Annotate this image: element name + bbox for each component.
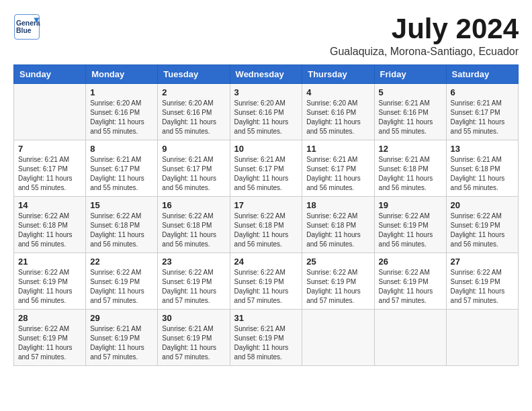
calendar-cell: [14, 84, 86, 140]
calendar-week-row: 1Sunrise: 6:20 AM Sunset: 6:16 PM Daylig…: [14, 84, 519, 140]
page-header: General Blue July 2024 Gualaquiza, Moron…: [13, 13, 519, 58]
calendar-week-row: 21Sunrise: 6:22 AM Sunset: 6:19 PM Dayli…: [14, 253, 519, 310]
day-info: Sunrise: 6:22 AM Sunset: 6:19 PM Dayligh…: [234, 268, 298, 306]
day-info: Sunrise: 6:21 AM Sunset: 6:19 PM Dayligh…: [90, 324, 153, 362]
day-number: 18: [306, 200, 369, 210]
day-number: 23: [162, 257, 225, 267]
day-info: Sunrise: 6:20 AM Sunset: 6:16 PM Dayligh…: [234, 99, 298, 136]
day-number: 16: [162, 200, 225, 210]
day-info: Sunrise: 6:21 AM Sunset: 6:17 PM Dayligh…: [162, 155, 225, 193]
calendar-cell: 24Sunrise: 6:22 AM Sunset: 6:19 PM Dayli…: [230, 253, 302, 310]
day-info: Sunrise: 6:21 AM Sunset: 6:17 PM Dayligh…: [90, 155, 153, 193]
calendar-cell: [374, 310, 446, 366]
day-info: Sunrise: 6:21 AM Sunset: 6:17 PM Dayligh…: [306, 155, 369, 193]
calendar-cell: 30Sunrise: 6:21 AM Sunset: 6:19 PM Dayli…: [158, 310, 230, 366]
calendar-cell: 19Sunrise: 6:22 AM Sunset: 6:19 PM Dayli…: [374, 197, 446, 253]
day-number: 1: [90, 87, 153, 97]
day-number: 10: [234, 144, 298, 154]
day-number: 11: [306, 144, 369, 154]
day-info: Sunrise: 6:22 AM Sunset: 6:19 PM Dayligh…: [306, 268, 369, 306]
logo-icon: General Blue: [13, 13, 40, 40]
calendar-cell: 12Sunrise: 6:21 AM Sunset: 6:18 PM Dayli…: [374, 140, 446, 197]
calendar-cell: 3Sunrise: 6:20 AM Sunset: 6:16 PM Daylig…: [230, 84, 302, 140]
day-info: Sunrise: 6:22 AM Sunset: 6:18 PM Dayligh…: [18, 212, 81, 249]
day-info: Sunrise: 6:22 AM Sunset: 6:19 PM Dayligh…: [90, 268, 153, 306]
day-number: 28: [18, 313, 81, 323]
day-number: 7: [18, 144, 81, 154]
day-info: Sunrise: 6:21 AM Sunset: 6:19 PM Dayligh…: [234, 324, 298, 362]
svg-text:Blue: Blue: [16, 27, 32, 34]
calendar-cell: 2Sunrise: 6:20 AM Sunset: 6:16 PM Daylig…: [158, 84, 230, 140]
header-monday: Monday: [86, 65, 158, 84]
calendar-cell: 16Sunrise: 6:22 AM Sunset: 6:18 PM Dayli…: [158, 197, 230, 253]
day-info: Sunrise: 6:22 AM Sunset: 6:18 PM Dayligh…: [162, 212, 225, 249]
calendar-cell: 27Sunrise: 6:22 AM Sunset: 6:19 PM Dayli…: [446, 253, 518, 310]
day-info: Sunrise: 6:22 AM Sunset: 6:19 PM Dayligh…: [379, 212, 442, 249]
day-number: 31: [234, 313, 298, 323]
header-wednesday: Wednesday: [230, 65, 302, 84]
calendar-cell: 5Sunrise: 6:21 AM Sunset: 6:16 PM Daylig…: [374, 84, 446, 140]
calendar-cell: 6Sunrise: 6:21 AM Sunset: 6:17 PM Daylig…: [446, 84, 518, 140]
day-info: Sunrise: 6:20 AM Sunset: 6:16 PM Dayligh…: [162, 99, 225, 136]
day-number: 3: [234, 87, 298, 97]
header-saturday: Saturday: [446, 65, 518, 84]
day-number: 14: [18, 200, 81, 210]
header-friday: Friday: [374, 65, 446, 84]
calendar-week-row: 28Sunrise: 6:22 AM Sunset: 6:19 PM Dayli…: [14, 310, 519, 366]
day-number: 22: [90, 257, 153, 267]
day-number: 8: [90, 144, 153, 154]
day-info: Sunrise: 6:21 AM Sunset: 6:17 PM Dayligh…: [18, 155, 81, 193]
calendar-week-row: 14Sunrise: 6:22 AM Sunset: 6:18 PM Dayli…: [14, 197, 519, 253]
day-number: 24: [234, 257, 298, 267]
day-number: 26: [379, 257, 442, 267]
day-info: Sunrise: 6:22 AM Sunset: 6:19 PM Dayligh…: [18, 268, 81, 306]
day-info: Sunrise: 6:20 AM Sunset: 6:16 PM Dayligh…: [90, 99, 153, 136]
calendar-cell: 28Sunrise: 6:22 AM Sunset: 6:19 PM Dayli…: [14, 310, 86, 366]
day-number: 21: [18, 257, 81, 267]
calendar-cell: 1Sunrise: 6:20 AM Sunset: 6:16 PM Daylig…: [86, 84, 158, 140]
day-info: Sunrise: 6:21 AM Sunset: 6:17 PM Dayligh…: [234, 155, 298, 193]
calendar-cell: 26Sunrise: 6:22 AM Sunset: 6:19 PM Dayli…: [374, 253, 446, 310]
day-info: Sunrise: 6:22 AM Sunset: 6:19 PM Dayligh…: [451, 212, 514, 249]
day-number: 15: [90, 200, 153, 210]
day-number: 27: [451, 257, 514, 267]
day-info: Sunrise: 6:21 AM Sunset: 6:16 PM Dayligh…: [379, 99, 442, 136]
calendar-week-row: 7Sunrise: 6:21 AM Sunset: 6:17 PM Daylig…: [14, 140, 519, 197]
day-info: Sunrise: 6:21 AM Sunset: 6:18 PM Dayligh…: [379, 155, 442, 193]
calendar-cell: 31Sunrise: 6:21 AM Sunset: 6:19 PM Dayli…: [230, 310, 302, 366]
day-info: Sunrise: 6:22 AM Sunset: 6:19 PM Dayligh…: [18, 324, 81, 362]
day-info: Sunrise: 6:22 AM Sunset: 6:19 PM Dayligh…: [379, 268, 442, 306]
calendar-cell: 14Sunrise: 6:22 AM Sunset: 6:18 PM Dayli…: [14, 197, 86, 253]
day-number: 13: [451, 144, 514, 154]
calendar-cell: 11Sunrise: 6:21 AM Sunset: 6:17 PM Dayli…: [302, 140, 374, 197]
calendar-cell: 13Sunrise: 6:21 AM Sunset: 6:18 PM Dayli…: [446, 140, 518, 197]
day-number: 12: [379, 144, 442, 154]
calendar-cell: 10Sunrise: 6:21 AM Sunset: 6:17 PM Dayli…: [230, 140, 302, 197]
day-info: Sunrise: 6:22 AM Sunset: 6:19 PM Dayligh…: [162, 268, 225, 306]
calendar-cell: 21Sunrise: 6:22 AM Sunset: 6:19 PM Dayli…: [14, 253, 86, 310]
day-number: 19: [379, 200, 442, 210]
day-info: Sunrise: 6:21 AM Sunset: 6:18 PM Dayligh…: [451, 155, 514, 193]
day-info: Sunrise: 6:21 AM Sunset: 6:19 PM Dayligh…: [162, 324, 225, 362]
calendar-cell: 15Sunrise: 6:22 AM Sunset: 6:18 PM Dayli…: [86, 197, 158, 253]
day-info: Sunrise: 6:22 AM Sunset: 6:18 PM Dayligh…: [90, 212, 153, 249]
calendar-table: SundayMondayTuesdayWednesdayThursdayFrid…: [13, 64, 519, 366]
calendar-cell: 25Sunrise: 6:22 AM Sunset: 6:19 PM Dayli…: [302, 253, 374, 310]
calendar-cell: 23Sunrise: 6:22 AM Sunset: 6:19 PM Dayli…: [158, 253, 230, 310]
calendar-header-row: SundayMondayTuesdayWednesdayThursdayFrid…: [14, 65, 519, 84]
day-info: Sunrise: 6:21 AM Sunset: 6:17 PM Dayligh…: [451, 99, 514, 136]
day-number: 4: [306, 87, 369, 97]
day-number: 6: [451, 87, 514, 97]
day-number: 2: [162, 87, 225, 97]
calendar-cell: 20Sunrise: 6:22 AM Sunset: 6:19 PM Dayli…: [446, 197, 518, 253]
day-number: 17: [234, 200, 298, 210]
header-tuesday: Tuesday: [158, 65, 230, 84]
day-number: 25: [306, 257, 369, 267]
calendar-cell: [302, 310, 374, 366]
calendar-cell: 9Sunrise: 6:21 AM Sunset: 6:17 PM Daylig…: [158, 140, 230, 197]
day-number: 20: [451, 200, 514, 210]
day-number: 9: [162, 144, 225, 154]
header-thursday: Thursday: [302, 65, 374, 84]
location: Gualaquiza, Morona-Santiago, Ecuador: [330, 46, 519, 58]
day-info: Sunrise: 6:20 AM Sunset: 6:16 PM Dayligh…: [306, 99, 369, 136]
